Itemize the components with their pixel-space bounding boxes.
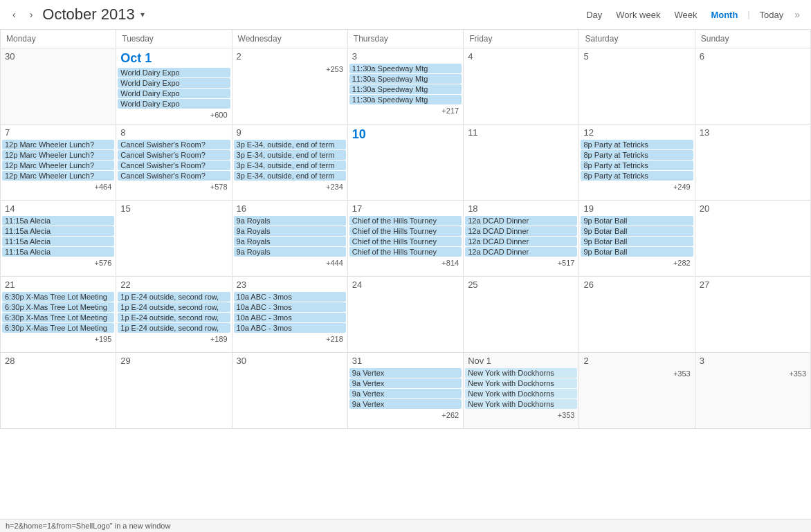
date-number: 2	[579, 354, 694, 367]
more-events-link[interactable]: +195	[1, 334, 116, 344]
event-bar[interactable]: New York with Dockhorns	[465, 368, 577, 378]
more-events-link[interactable]: +234	[233, 182, 347, 192]
cal-cell-oct26: 26	[579, 277, 695, 353]
event-bar[interactable]: 1p E-24 outside, second row,	[118, 313, 230, 322]
event-bar[interactable]: 9a Royals	[234, 237, 346, 246]
more-events-link[interactable]: +353	[695, 369, 810, 378]
event-bar[interactable]: 10a ABC - 3mos	[234, 302, 346, 312]
event-bar[interactable]: 1p E-24 outside, second row,	[118, 302, 230, 312]
event-bar[interactable]: 8p Party at Tetricks	[581, 140, 693, 149]
event-bar[interactable]: 1p E-24 outside, second row,	[118, 323, 230, 333]
event-bar[interactable]: 1p E-24 outside, second row,	[118, 292, 230, 302]
event-bar[interactable]: 12p Marc Wheeler Lunch?	[2, 150, 114, 160]
event-bar[interactable]: 9p Botar Ball	[581, 216, 693, 226]
event-bar[interactable]: New York with Dockhorns	[465, 399, 577, 409]
more-events-link[interactable]: +814	[348, 258, 463, 268]
event-bar[interactable]: 12a DCAD Dinner	[465, 247, 577, 257]
more-events-link[interactable]: +353	[464, 410, 578, 420]
event-bar[interactable]: 9p Botar Ball	[581, 237, 693, 246]
event-bar[interactable]: World Dairy Expo	[118, 78, 230, 88]
event-bar[interactable]: 3p E-34, outside, end of term	[234, 160, 346, 170]
cal-cell-oct16: 16 9a Royals 9a Royals 9a Royals 9a Roya…	[233, 201, 348, 277]
more-events-link[interactable]: +444	[233, 258, 347, 268]
workweek-view-button[interactable]: Work week	[610, 7, 666, 23]
more-events-link[interactable]: +189	[116, 334, 231, 344]
more-events-link[interactable]: +353	[579, 369, 694, 378]
event-bar[interactable]: 11:15a Alecia	[2, 226, 114, 236]
next-button[interactable]: ›	[26, 8, 37, 21]
week-view-button[interactable]: Week	[668, 7, 702, 23]
month-view-button[interactable]: Month	[705, 7, 743, 23]
event-bar[interactable]: Chief of the Hills Tourney	[349, 226, 462, 236]
event-bar[interactable]: 6:30p X-Mas Tree Lot Meeting	[2, 323, 114, 333]
more-events-link[interactable]: +249	[579, 182, 694, 192]
event-bar[interactable]: 10a ABC - 3mos	[234, 323, 346, 333]
event-bar[interactable]: 12a DCAD Dinner	[465, 216, 577, 226]
event-bar[interactable]: 11:15a Alecia	[2, 237, 114, 246]
event-bar[interactable]: 9a Vertex	[349, 389, 462, 398]
event-bar[interactable]: 11:15a Alecia	[2, 216, 114, 226]
event-bar[interactable]: 8p Party at Tetricks	[581, 171, 693, 181]
event-bar[interactable]: Cancel Swisher's Room?	[118, 160, 230, 170]
day-view-button[interactable]: Day	[581, 7, 608, 23]
more-events-link[interactable]: +600	[116, 110, 231, 120]
event-bar[interactable]: Cancel Swisher's Room?	[118, 171, 230, 181]
event-bar[interactable]: Chief of the Hills Tourney	[349, 216, 462, 226]
event-bar[interactable]: 8p Party at Tetricks	[581, 160, 693, 170]
event-bar[interactable]: 9a Vertex	[349, 368, 462, 378]
more-events-link[interactable]: +262	[348, 410, 463, 420]
cal-cell-oct2: 2 +253	[233, 48, 348, 125]
event-bar[interactable]: 11:30a Speedway Mtg	[349, 74, 462, 84]
more-events-link[interactable]: +576	[1, 258, 116, 268]
prev-button[interactable]: ‹	[8, 8, 20, 21]
event-bar[interactable]: 9p Botar Ball	[581, 247, 693, 257]
event-bar[interactable]: 8p Party at Tetricks	[581, 150, 693, 160]
event-bar[interactable]: 11:30a Speedway Mtg	[349, 84, 462, 94]
event-bar[interactable]: 9a Vertex	[349, 378, 462, 388]
event-bar[interactable]: 12p Marc Wheeler Lunch?	[2, 140, 114, 149]
event-bar[interactable]: 3p E-34, outside, end of term	[234, 140, 346, 149]
event-bar[interactable]: New York with Dockhorns	[465, 378, 577, 388]
event-bar[interactable]: World Dairy Expo	[118, 68, 230, 77]
more-events-link[interactable]: +217	[348, 106, 463, 116]
event-bar[interactable]: 3p E-34, outside, end of term	[234, 171, 346, 181]
event-bar[interactable]: Cancel Swisher's Room?	[118, 150, 230, 160]
event-bar[interactable]: 9a Royals	[234, 247, 346, 257]
month-dropdown-arrow[interactable]: ▾	[140, 10, 145, 19]
event-bar[interactable]: 10a ABC - 3mos	[234, 313, 346, 322]
event-bar[interactable]: 12a DCAD Dinner	[465, 226, 577, 236]
event-bar[interactable]: 9a Royals	[234, 226, 346, 236]
more-events-link[interactable]: +517	[464, 258, 578, 268]
event-bar[interactable]: Chief of the Hills Tourney	[349, 247, 462, 257]
more-events-link[interactable]: +578	[116, 182, 231, 192]
more-events-link[interactable]: +282	[579, 258, 694, 268]
event-bar[interactable]: 12p Marc Wheeler Lunch?	[2, 171, 114, 181]
date-number: 27	[695, 278, 810, 291]
event-bar[interactable]: 9a Vertex	[349, 399, 462, 409]
cal-cell-oct9: 9 3p E-34, outside, end of term 3p E-34,…	[233, 125, 348, 201]
event-bar[interactable]: 11:30a Speedway Mtg	[349, 64, 462, 73]
event-bar[interactable]: 6:30p X-Mas Tree Lot Meeting	[2, 313, 114, 322]
event-bar[interactable]: World Dairy Expo	[118, 99, 230, 109]
event-bar[interactable]: 6:30p X-Mas Tree Lot Meeting	[2, 292, 114, 302]
event-bar[interactable]: 6:30p X-Mas Tree Lot Meeting	[2, 302, 114, 312]
event-bar[interactable]: 10a ABC - 3mos	[234, 292, 346, 302]
event-bar[interactable]: 9p Botar Ball	[581, 226, 693, 236]
more-events-link[interactable]: +464	[1, 182, 116, 192]
today-button[interactable]: Today	[754, 7, 790, 23]
event-bar[interactable]: 3p E-34, outside, end of term	[234, 150, 346, 160]
event-bar[interactable]: 12p Marc Wheeler Lunch?	[2, 160, 114, 170]
cal-cell-oct3: 3 11:30a Speedway Mtg 11:30a Speedway Mt…	[348, 48, 464, 125]
event-bar[interactable]: 11:15a Alecia	[2, 247, 114, 257]
event-bar[interactable]: 9a Royals	[234, 216, 346, 226]
day-header-tuesday: Tuesday	[116, 30, 232, 48]
event-bar[interactable]: 12a DCAD Dinner	[465, 237, 577, 246]
more-events-link[interactable]: +218	[233, 334, 347, 344]
event-bar[interactable]: New York with Dockhorns	[465, 389, 577, 398]
collapse-button[interactable]: »	[792, 6, 803, 23]
event-bar[interactable]: 11:30a Speedway Mtg	[349, 95, 462, 104]
more-events-link[interactable]: +253	[233, 64, 347, 74]
event-bar[interactable]: Chief of the Hills Tourney	[349, 237, 462, 246]
event-bar[interactable]: World Dairy Expo	[118, 89, 230, 98]
event-bar[interactable]: Cancel Swisher's Room?	[118, 140, 230, 149]
